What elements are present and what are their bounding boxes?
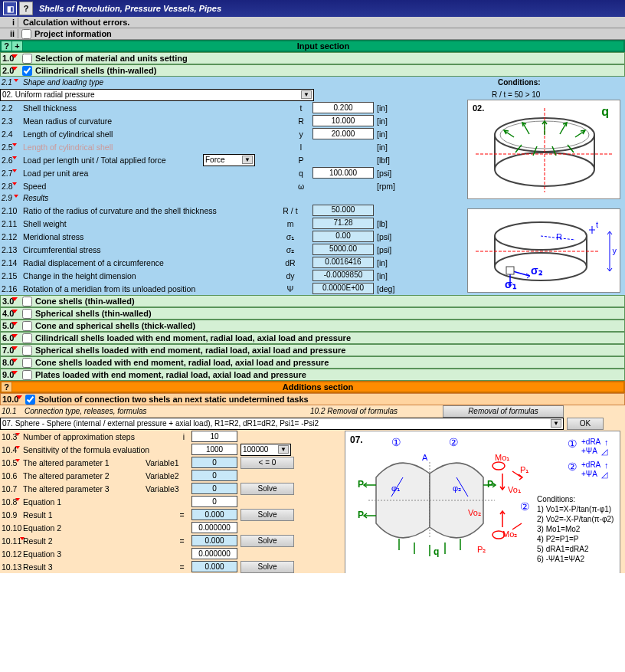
circ-stress-output: 5000.00 bbox=[312, 244, 374, 255]
length-input[interactable] bbox=[312, 128, 374, 139]
section-7-header[interactable]: 7.0Spherical shells loaded with end mome… bbox=[0, 344, 625, 356]
svg-line-43 bbox=[512, 523, 522, 529]
result3-output bbox=[191, 561, 237, 572]
force-dropdown[interactable]: Force bbox=[203, 154, 255, 166]
solve-button-4[interactable]: Solve bbox=[241, 561, 294, 573]
var1-output bbox=[191, 457, 237, 468]
project-info-label: Project information bbox=[34, 29, 112, 38]
sensitivity-input[interactable] bbox=[191, 444, 237, 455]
load-per-area-input[interactable] bbox=[312, 167, 374, 179]
section-3-header[interactable]: 3.0Cone shells (thin-walled) bbox=[0, 295, 625, 307]
approx-steps-input[interactable] bbox=[191, 431, 237, 442]
help-button[interactable]: ? bbox=[2, 41, 12, 51]
shape-loading-dropdown[interactable]: 02. Uniform radial pressure bbox=[0, 89, 314, 101]
input-section-header: ? + Input section bbox=[0, 40, 625, 52]
svg-line-8 bbox=[523, 123, 529, 134]
section-4-header[interactable]: 4.0Spherical shells (thin-walled) bbox=[0, 307, 625, 320]
app-icon[interactable]: ◧ bbox=[3, 2, 17, 15]
additions-section-header: ? Additions section bbox=[0, 381, 625, 393]
status-row-i: i Calculation without errors. bbox=[0, 17, 625, 28]
section-4-checkbox[interactable] bbox=[22, 309, 32, 319]
cylinder-pressure-diagram bbox=[468, 100, 621, 200]
rotation-output: 0.0000E+00 bbox=[312, 283, 374, 294]
radial-disp-output: 0.0016416 bbox=[312, 257, 374, 268]
additions-title: Additions section bbox=[12, 382, 623, 392]
section-5-checkbox[interactable] bbox=[22, 321, 32, 331]
mean-radius-input[interactable] bbox=[312, 115, 374, 126]
section-2-body: 2.1Shape and loading type Conditions: 02… bbox=[0, 77, 625, 295]
diagram-02: 02. q bbox=[467, 100, 620, 199]
project-info-checkbox[interactable] bbox=[21, 29, 31, 39]
height-change-output: -0.0009850 bbox=[312, 270, 374, 281]
section-9-checkbox[interactable] bbox=[22, 370, 32, 380]
diagram-stress: σ₁ σ₂ t R y bbox=[467, 208, 620, 293]
status-text: Calculation without errors. bbox=[18, 18, 129, 27]
eq2-input[interactable] bbox=[191, 522, 237, 533]
var2-output bbox=[191, 470, 237, 481]
var3-output bbox=[191, 483, 237, 494]
section-8-checkbox[interactable] bbox=[22, 358, 32, 368]
meridional-stress-output: 0.00 bbox=[312, 231, 374, 242]
ok-button[interactable]: OK bbox=[567, 418, 604, 430]
diagram-07: 07. ① ② A P P P q φ₁ φ₂ Mo₁ P₁ Vo₁ Vo₂ M… bbox=[345, 431, 620, 573]
section-7-checkbox[interactable] bbox=[22, 346, 32, 356]
section-10-checkbox[interactable] bbox=[25, 395, 35, 405]
connection-type-dropdown[interactable]: 07. Sphere - Sphere (internal / external… bbox=[0, 418, 564, 430]
input-section-title: Input section bbox=[23, 41, 623, 51]
result2-output bbox=[191, 535, 237, 546]
section-6-checkbox[interactable] bbox=[22, 333, 32, 343]
section-1-checkbox[interactable] bbox=[22, 54, 32, 64]
conditions-label: Conditions: bbox=[498, 78, 541, 87]
expand-button[interactable]: + bbox=[12, 41, 23, 51]
weight-output: 71.28 bbox=[312, 218, 374, 229]
status-row-ii: ii Project information bbox=[0, 28, 625, 40]
svg-line-9 bbox=[560, 123, 566, 134]
section-10-header[interactable]: 10.0 Solution of connection two shels an… bbox=[0, 393, 625, 405]
section-5-header[interactable]: 5.0Cone and spherical shells (thick-wall… bbox=[0, 320, 625, 332]
shell-thickness-input[interactable] bbox=[312, 102, 374, 113]
section-9-header[interactable]: 9.0Plates loaded with end moment, radial… bbox=[0, 369, 625, 381]
eq3-input[interactable] bbox=[191, 548, 237, 559]
section-3-checkbox[interactable] bbox=[22, 297, 32, 306]
solve-button-3[interactable]: Solve bbox=[241, 535, 294, 547]
title-bar: ◧ ? Shells of Revolution, Pressure Vesse… bbox=[0, 0, 625, 17]
svg-rect-23 bbox=[506, 267, 514, 274]
section-2-checkbox[interactable] bbox=[22, 66, 32, 76]
section-2-header[interactable]: 2.0 Cilindricall shells (thin-walled) bbox=[0, 64, 625, 77]
additions-help-button[interactable]: ? bbox=[2, 382, 12, 392]
solve-button-2[interactable]: Solve bbox=[241, 509, 294, 521]
svg-point-39 bbox=[492, 462, 505, 470]
conditions-text: R / t = 50 > 10 bbox=[492, 90, 540, 99]
section-10-body: 10.1 Connection type, releases, formulas… bbox=[0, 405, 625, 573]
app-title: Shells of Revolution, Pressure Vessels, … bbox=[39, 4, 221, 13]
result1-output bbox=[191, 509, 237, 520]
eq1-input[interactable] bbox=[191, 496, 237, 507]
sensitivity-dropdown[interactable]: 100000 bbox=[241, 444, 291, 456]
ratio-output: 50.000 bbox=[312, 205, 374, 216]
section-8-header[interactable]: 8.0Cone shells loaded with end moment, r… bbox=[0, 356, 625, 369]
solve-button-1[interactable]: Solve bbox=[241, 483, 294, 495]
conditions-block: Conditions: 1) Vo1=X-P/tan(π-φ1) 2) Vo2=… bbox=[537, 494, 614, 564]
section-1-header[interactable]: 1.0 Selection of material and units sett… bbox=[0, 52, 625, 64]
reset-button[interactable]: < = 0 bbox=[241, 457, 294, 469]
section-6-header[interactable]: 6.0Cilindricall shells loaded with end m… bbox=[0, 332, 625, 344]
help-icon[interactable]: ? bbox=[19, 2, 33, 15]
removal-button[interactable]: Removal of formulas bbox=[443, 405, 564, 418]
